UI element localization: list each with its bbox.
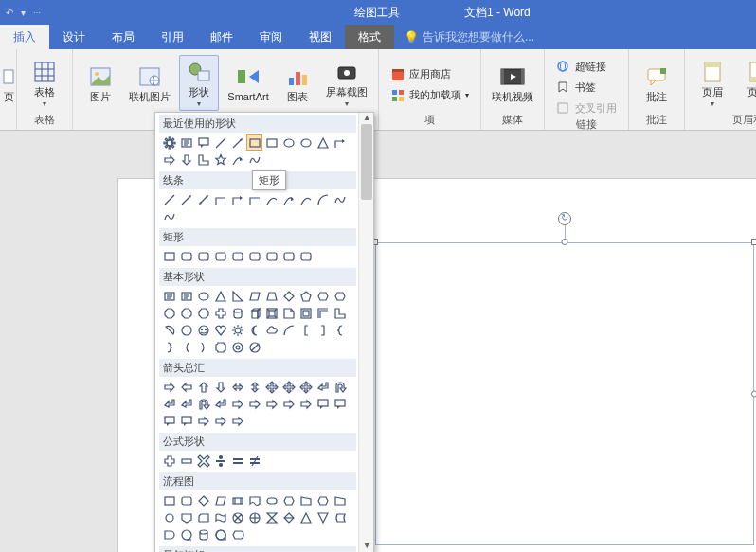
shape-doc[interactable]: [246, 492, 262, 508]
shape-rrect[interactable]: [297, 248, 314, 264]
shape-decision[interactable]: [195, 492, 211, 508]
shape-arrowR[interactable]: [229, 396, 245, 412]
shape-arrow4[interactable]: [280, 379, 297, 395]
comment-button[interactable]: 批注: [637, 61, 676, 105]
shape-elbowa[interactable]: [332, 134, 348, 151]
shape-rrect[interactable]: [178, 248, 194, 264]
shape-prep[interactable]: [315, 492, 331, 508]
smartart-button[interactable]: SmartArt: [225, 61, 272, 105]
tab-insert[interactable]: 插入: [0, 25, 49, 49]
qat-dropdown-icon[interactable]: ▾: [21, 8, 26, 18]
shape-arrowR[interactable]: [229, 413, 245, 429]
shape-elbow[interactable]: [246, 191, 262, 207]
shape-can[interactable]: [229, 305, 245, 321]
shape-textbox[interactable]: [178, 288, 194, 304]
shape-tri[interactable]: [315, 134, 331, 151]
resize-handle-n[interactable]: [562, 239, 568, 245]
bookmark-button[interactable]: 书签: [552, 78, 621, 97]
shape-mult[interactable]: [195, 453, 211, 469]
shape-sum[interactable]: [229, 509, 245, 525]
shapes-scrollbar[interactable]: ▲ ▼: [358, 113, 373, 552]
shape-rect[interactable]: [161, 248, 177, 264]
shape-arrowD[interactable]: [212, 379, 228, 395]
shape-line[interactable]: [212, 134, 228, 151]
shape-para[interactable]: [246, 288, 262, 304]
shape-term[interactable]: [263, 492, 279, 508]
online-picture-button[interactable]: 联机图片: [126, 61, 173, 105]
shape-plus[interactable]: [161, 453, 177, 469]
shape-noentry[interactable]: [246, 339, 262, 355]
shape-collate[interactable]: [263, 509, 279, 525]
undo-icon[interactable]: ↶: [6, 8, 13, 18]
shape-bent[interactable]: [315, 379, 331, 395]
shape-bevel[interactable]: [263, 305, 279, 321]
shape-arrowline[interactable]: [229, 134, 245, 151]
shape-eq2[interactable]: [229, 453, 245, 469]
shape-oct[interactable]: [161, 305, 177, 321]
shape-callout[interactable]: [315, 396, 331, 412]
shape-arrowline[interactable]: [178, 191, 194, 207]
shape-arc[interactable]: [315, 191, 331, 207]
shape-seq[interactable]: [178, 526, 194, 543]
shape-arrowR[interactable]: [161, 379, 177, 395]
shape-free[interactable]: [332, 191, 348, 207]
online-video-button[interactable]: 联机视频: [489, 61, 536, 105]
shape-rect[interactable]: [161, 492, 177, 508]
header-button[interactable]: 页眉 ▾: [693, 56, 732, 110]
shape-textbox[interactable]: [178, 134, 194, 151]
shape-heart[interactable]: [212, 322, 228, 338]
shape-arrowU[interactable]: [195, 379, 211, 395]
tab-review[interactable]: 审阅: [246, 25, 296, 49]
shape-callout[interactable]: [178, 413, 194, 429]
scroll-down-icon[interactable]: ▼: [359, 541, 374, 552]
tab-mailings[interactable]: 邮件: [197, 25, 246, 49]
rotation-handle[interactable]: [558, 212, 571, 225]
shape-cube[interactable]: [246, 305, 262, 321]
shape-elbowa[interactable]: [229, 191, 245, 207]
shape-elbow[interactable]: [212, 191, 228, 207]
shape-arrowR[interactable]: [195, 413, 211, 429]
shape-oct[interactable]: [178, 305, 194, 321]
shape-halfframe[interactable]: [315, 305, 331, 321]
tab-layout[interactable]: 布局: [99, 25, 148, 49]
shape-uturn[interactable]: [332, 379, 348, 395]
shape-lbr[interactable]: [332, 322, 348, 338]
shape-chord[interactable]: [161, 322, 177, 338]
shape-gear[interactable]: [161, 134, 177, 151]
shape-callout[interactable]: [195, 134, 211, 151]
shape-arrowR[interactable]: [263, 396, 279, 412]
shape-rpar[interactable]: [195, 339, 211, 355]
shape-rbracket[interactable]: [315, 322, 331, 338]
shape-rrect[interactable]: [229, 248, 245, 264]
shape-bent[interactable]: [212, 396, 228, 412]
shape-moon[interactable]: [246, 322, 262, 338]
shape-neq[interactable]: [246, 453, 262, 469]
shape-mag[interactable]: [212, 526, 228, 543]
store-button[interactable]: 应用商店: [387, 65, 473, 84]
shape-arrowUD[interactable]: [246, 379, 262, 395]
shape-pred[interactable]: [229, 492, 245, 508]
shape-plaque[interactable]: [212, 339, 228, 355]
shape-plus[interactable]: [212, 305, 228, 321]
shape-offpage[interactable]: [178, 509, 194, 525]
shape-delay[interactable]: [161, 526, 177, 543]
shape-star5[interactable]: [212, 151, 228, 168]
shape-extract[interactable]: [297, 509, 314, 525]
shape-arrow4[interactable]: [263, 379, 279, 395]
shape-arrowR[interactable]: [212, 413, 228, 429]
shape-arrow4[interactable]: [297, 379, 314, 395]
shape-or[interactable]: [246, 509, 262, 525]
resize-handle-e[interactable]: [751, 391, 756, 398]
shape-conn[interactable]: [161, 509, 177, 525]
shape-tear[interactable]: [178, 322, 194, 338]
shape-rrect[interactable]: [195, 248, 211, 264]
shapes-button[interactable]: 形状 ▾: [179, 55, 219, 111]
shape-rect[interactable]: [263, 134, 279, 151]
shape-hex[interactable]: [332, 288, 348, 304]
shape-oval[interactable]: [195, 288, 211, 304]
shape-curve[interactable]: [297, 191, 314, 207]
shape-diamond[interactable]: [280, 288, 297, 304]
shape-oval[interactable]: [297, 134, 314, 151]
shape-donut[interactable]: [229, 339, 245, 355]
shape-minus[interactable]: [178, 453, 194, 469]
